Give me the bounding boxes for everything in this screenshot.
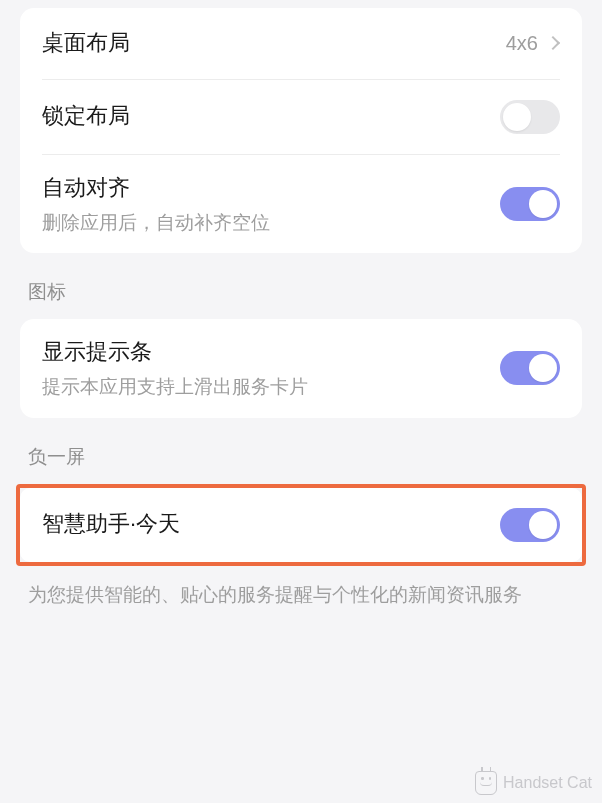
- minus-one-section-footer: 为您提供智能的、贴心的服务提醒与个性化的新闻资讯服务: [20, 566, 582, 609]
- minus-one-section-header: 负一屏: [20, 418, 582, 484]
- auto-align-subtitle: 删除应用后，自动补齐空位: [42, 210, 500, 236]
- desktop-layout-label: 桌面布局: [42, 28, 506, 59]
- smart-assistant-toggle[interactable]: [500, 508, 560, 542]
- toggle-knob: [529, 511, 557, 539]
- toggle-knob: [529, 354, 557, 382]
- cat-icon: [475, 771, 497, 795]
- auto-align-toggle[interactable]: [500, 187, 560, 221]
- watermark-text: Handset Cat: [503, 774, 592, 792]
- icon-settings-group: 显示提示条 提示本应用支持上滑出服务卡片: [20, 319, 582, 417]
- icon-section-header: 图标: [20, 253, 582, 319]
- lock-layout-toggle[interactable]: [500, 100, 560, 134]
- lock-layout-label: 锁定布局: [42, 101, 500, 132]
- toggle-knob: [503, 103, 531, 131]
- auto-align-label: 自动对齐: [42, 173, 500, 204]
- desktop-layout-value: 4x6: [506, 32, 538, 55]
- layout-settings-group: 桌面布局 4x6 锁定布局 自动对齐 删除应用后，自动补齐空位: [20, 8, 582, 253]
- lock-layout-row: 锁定布局: [20, 80, 582, 154]
- chevron-right-icon: [546, 36, 560, 50]
- smart-assistant-row: 智慧助手·今天: [20, 488, 582, 562]
- hint-bar-toggle[interactable]: [500, 351, 560, 385]
- watermark: Handset Cat: [475, 771, 592, 795]
- hint-bar-subtitle: 提示本应用支持上滑出服务卡片: [42, 374, 500, 400]
- hint-bar-label: 显示提示条: [42, 337, 500, 368]
- hint-bar-row: 显示提示条 提示本应用支持上滑出服务卡片: [20, 319, 582, 417]
- minus-one-settings-group: 智慧助手·今天: [20, 488, 582, 562]
- highlight-box: 智慧助手·今天: [16, 484, 586, 566]
- toggle-knob: [529, 190, 557, 218]
- row-right: 4x6: [506, 32, 560, 55]
- desktop-layout-row[interactable]: 桌面布局 4x6: [20, 8, 582, 79]
- smart-assistant-label: 智慧助手·今天: [42, 509, 500, 540]
- auto-align-row: 自动对齐 删除应用后，自动补齐空位: [20, 155, 582, 253]
